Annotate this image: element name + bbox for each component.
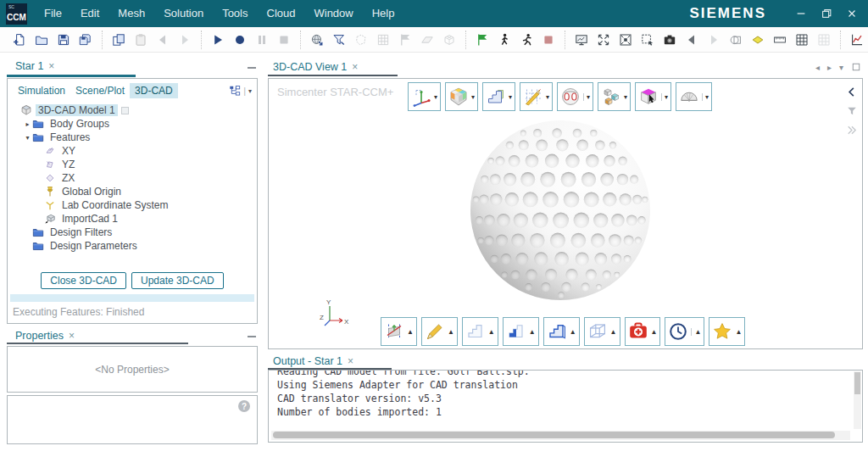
view-orientation-button[interactable]: ▾ (408, 82, 441, 111)
dropdown-caret-icon[interactable]: ▾ (434, 93, 437, 101)
tree-tab-scene-plot[interactable]: Scene/Plot (70, 83, 130, 98)
dropdown-caret-icon[interactable]: ▾ (702, 93, 709, 101)
menu-help[interactable]: Help (363, 0, 404, 27)
tree-tab-3d-cad[interactable]: 3D-CAD (130, 83, 178, 98)
play-macro-button[interactable] (207, 31, 229, 49)
tree-item-features[interactable]: Features (47, 131, 92, 143)
rubberband-select-button[interactable] (637, 31, 659, 49)
menu-file[interactable]: File (35, 0, 71, 27)
tree-item-body-groups[interactable]: Body Groups (47, 118, 112, 130)
popup-caret-icon[interactable]: ▲ (448, 328, 454, 336)
measure-angle-button[interactable]: ▾ (676, 82, 712, 111)
tab-close-icon[interactable]: × (48, 60, 54, 72)
show-mesh-button[interactable] (791, 31, 813, 49)
scrollbar-thumb[interactable] (273, 432, 835, 438)
reset-view-button[interactable] (593, 31, 615, 49)
tree-view-dropdown-icon[interactable]: ▾ (248, 87, 252, 95)
create-scene-button[interactable] (570, 31, 593, 49)
tree-item-global-origin[interactable]: Global Origin (59, 186, 124, 198)
dropdown-caret-icon[interactable]: ▾ (661, 93, 668, 101)
maximize-view-icon[interactable] (851, 62, 861, 72)
dropdown-caret-icon[interactable]: ▾ (624, 93, 627, 101)
create-plot-button[interactable] (846, 31, 868, 49)
tab-star-1[interactable]: Star 1× (15, 60, 54, 72)
save-button[interactable] (53, 31, 75, 49)
collapse-panel-icon[interactable] (845, 86, 858, 98)
dropdown-caret-icon[interactable]: ▾ (583, 93, 590, 101)
feature-history-button[interactable]: ▲ (665, 317, 704, 346)
solid-display-button[interactable]: ▾ (482, 82, 515, 111)
record-macro-button[interactable] (229, 31, 251, 49)
tab-properties[interactable]: Properties× (15, 330, 75, 342)
dropdown-caret-icon[interactable]: ▾ (546, 93, 549, 101)
tree-expander-icon[interactable]: ▸ (23, 120, 32, 128)
tab-scroll-left-icon[interactable]: ◂ (815, 63, 820, 72)
menu-cloud[interactable]: Cloud (258, 0, 305, 27)
body-display-mode-button[interactable]: ▾ (445, 82, 478, 111)
save-all-button[interactable] (75, 31, 97, 49)
popup-caret-icon[interactable]: ▲ (735, 328, 742, 336)
3d-view-canvas[interactable]: Simcenter STAR-CCM+ ▾▾▾▾▾▾▾▾ (268, 78, 863, 349)
extrude-tool-button[interactable]: ▲ (462, 317, 498, 346)
generate-volume-mesh-button[interactable] (306, 31, 328, 49)
menu-solution[interactable]: Solution (154, 0, 213, 27)
output-console[interactable]: Reading CAD model from file: Golf Ball.s… (268, 370, 863, 443)
fit-view-button[interactable] (615, 31, 637, 49)
popup-caret-icon[interactable]: ▲ (610, 328, 617, 336)
tree-item-yz[interactable]: YZ (59, 159, 77, 170)
menu-edit[interactable]: Edit (71, 0, 108, 27)
tab-close-icon[interactable]: × (352, 61, 358, 73)
tab-close-icon[interactable]: × (348, 355, 353, 367)
favorites-button[interactable]: ▲ (709, 317, 745, 346)
close-3dcad-button[interactable]: Close 3D-CAD (41, 272, 126, 289)
revolve-body-button[interactable]: ▾ (557, 82, 593, 111)
minimize-button[interactable] (788, 0, 814, 27)
output-vertical-scrollbar[interactable] (854, 371, 861, 429)
tab-3dcad-view-1[interactable]: 3D-CAD View 1× (273, 61, 358, 73)
help-icon[interactable]: ? (238, 400, 250, 412)
expand-more-icon[interactable] (845, 124, 858, 137)
panel-minimize-button[interactable] (248, 67, 256, 69)
wireframe-display-button[interactable]: ▲ (584, 317, 620, 346)
tree-item-design-parameters[interactable]: Design Parameters (47, 240, 140, 252)
tree-item-lab-coordinate-system[interactable]: Lab Coordinate System (59, 199, 170, 211)
stop-iterating-button[interactable] (537, 31, 559, 49)
measure-tool-button[interactable] (769, 31, 791, 49)
output-horizontal-scrollbar[interactable] (271, 431, 850, 440)
update-3dcad-button[interactable]: Update 3D-CAD (131, 272, 224, 289)
properties-minimize-button[interactable] (248, 336, 256, 337)
tree-tab-simulation[interactable]: Simulation (13, 83, 70, 98)
menu-mesh[interactable]: Mesh (108, 0, 154, 27)
popup-caret-icon[interactable]: ▲ (407, 328, 414, 336)
tree-item-importcad-1[interactable]: ImportCad 1 (59, 213, 120, 225)
create-sketch-button[interactable]: ▾ (520, 82, 553, 111)
projection-mode-button[interactable] (725, 31, 747, 49)
tree-item-3d-cad-model-1[interactable]: 3D-CAD Model 1 (36, 104, 118, 116)
cut-tool-button[interactable]: ▲ (503, 317, 539, 346)
popup-caret-icon[interactable]: ▲ (651, 328, 658, 336)
section-plane-button[interactable]: ▲ (381, 317, 417, 346)
surface-wrapper-button[interactable] (328, 31, 350, 49)
initialize-solution-button[interactable] (471, 31, 493, 49)
popup-caret-icon[interactable]: ▲ (570, 328, 576, 336)
ruled-measure-plane-button[interactable] (747, 31, 769, 49)
previous-view-button[interactable] (681, 31, 703, 49)
popup-caret-icon[interactable]: ▲ (529, 328, 536, 336)
dropdown-caret-icon[interactable]: ▾ (471, 93, 475, 101)
repair-cad-button[interactable]: ▲ (625, 317, 661, 346)
tab-scroll-right-icon[interactable]: ▸ (827, 63, 832, 72)
run-solver-button[interactable] (515, 31, 537, 49)
new-simulation-button[interactable] (8, 31, 31, 49)
tab-list-dropdown-icon[interactable]: ▾ (839, 63, 843, 72)
close-button[interactable] (839, 0, 865, 27)
boolean-tool-button[interactable]: ▲ (543, 317, 580, 346)
step-solver-button[interactable] (493, 31, 515, 49)
sketch-tool-button[interactable]: ▲ (421, 317, 458, 346)
tree-item-zx[interactable]: ZX (59, 172, 77, 184)
scrollbar-thumb[interactable] (854, 372, 860, 394)
tab-output-star-1[interactable]: Output - Star 1× (273, 355, 353, 367)
restore-button[interactable] (814, 0, 839, 27)
tab-close-icon[interactable]: × (69, 330, 75, 342)
tree-expander-icon[interactable]: ▾ (23, 134, 32, 142)
popup-caret-icon[interactable]: ▲ (691, 328, 701, 336)
